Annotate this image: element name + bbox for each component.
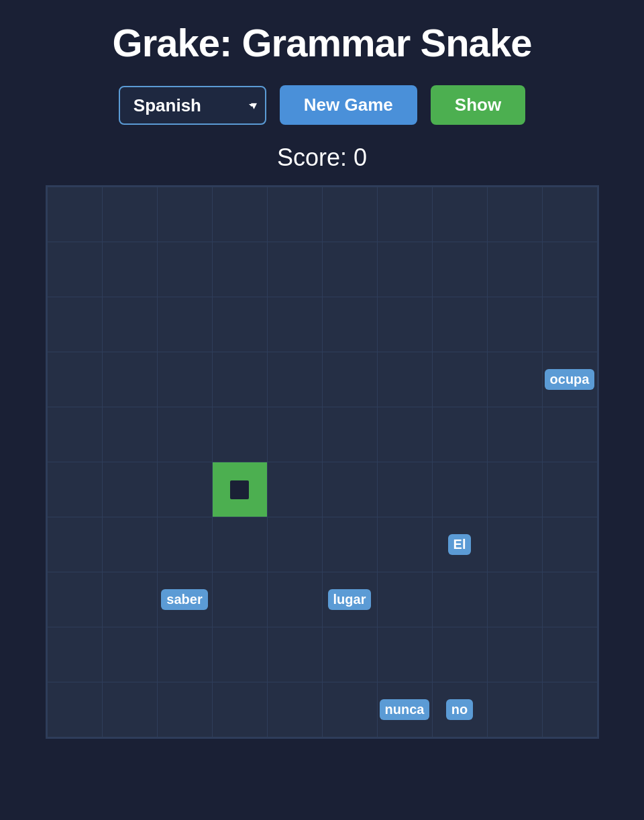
grid-cell [213,407,268,462]
grid-cell [103,627,158,682]
grid-cell [158,462,213,517]
language-select[interactable]: Spanish French German Italian Portuguese [119,86,266,125]
grid-cell [268,187,323,242]
grid-cell [488,627,543,682]
grid-cell [213,242,268,297]
grid-cell [268,627,323,682]
grid-cell [158,352,213,407]
grid-cell [213,572,268,627]
grid-cell [103,572,158,627]
grid-cell [323,627,378,682]
grid-cell [543,572,598,627]
grid-cell [103,352,158,407]
grid-cell [433,572,488,627]
word-tile[interactable]: El [448,534,472,555]
grid-cell [158,407,213,462]
grid-cell [433,352,488,407]
grid-cell [158,242,213,297]
snake-head-cell [213,462,268,517]
grid-cell [323,297,378,352]
new-game-button[interactable]: New Game [280,85,417,125]
grid-cell [323,407,378,462]
grid-cell [543,187,598,242]
grid-cell [213,517,268,572]
grid-cell [103,242,158,297]
grid-cell [488,242,543,297]
word-tile[interactable]: saber [161,589,207,610]
grid-cell [268,407,323,462]
grid-cell [48,517,103,572]
grid-cell [213,352,268,407]
game-grid: ocupaElsaberlugarnuncano [47,187,598,737]
grid-cell [103,297,158,352]
grid-cell [48,407,103,462]
grid-cell [543,517,598,572]
grid-cell [48,242,103,297]
grid-cell [543,682,598,737]
grid-cell: saber [158,572,213,627]
grid-cell [213,187,268,242]
grid-cell [158,682,213,737]
grid-cell [103,462,158,517]
grid-cell [48,572,103,627]
grid-cell [433,462,488,517]
grid-cell: nunca [378,682,433,737]
grid-cell: lugar [323,572,378,627]
grid-cell [378,407,433,462]
grid-cell [103,517,158,572]
grid-cell [268,572,323,627]
word-tile[interactable]: lugar [328,589,372,610]
grid-cell [48,297,103,352]
grid-cell [433,242,488,297]
grid-cell [378,187,433,242]
grid-cell [378,352,433,407]
grid-cell [213,627,268,682]
grid-cell [323,517,378,572]
controls-row: Spanish French German Italian Portuguese… [119,85,525,125]
grid-cell [543,627,598,682]
grid-cell [488,352,543,407]
grid-cell [268,682,323,737]
grid-cell [268,242,323,297]
grid-cell [378,572,433,627]
score-display: Score: 0 [277,144,367,172]
word-tile[interactable]: nunca [380,699,430,720]
grid-cell [488,682,543,737]
grid-cell [488,187,543,242]
grid-cell [323,187,378,242]
grid-cell [543,407,598,462]
grid-cell [48,462,103,517]
grid-cell [103,187,158,242]
word-tile[interactable]: ocupa [545,369,595,390]
grid-cell [488,462,543,517]
show-button[interactable]: Show [431,85,525,125]
grid-cell [378,242,433,297]
grid-cell [48,187,103,242]
grid-cell: no [433,682,488,737]
grid-cell [323,462,378,517]
grid-cell [543,297,598,352]
grid-cell [268,517,323,572]
grid-cell [378,517,433,572]
grid-cell [323,352,378,407]
grid-cell [213,297,268,352]
grid-cell [488,407,543,462]
grid-cell [433,297,488,352]
grid-cell [488,517,543,572]
grid-cell [323,242,378,297]
grid-cell [323,682,378,737]
grid-cell [488,297,543,352]
grid-cell [433,627,488,682]
app-title: Grake: Grammar Snake [113,20,532,65]
grid-cell [543,242,598,297]
grid-cell [378,627,433,682]
grid-cell: ocupa [543,352,598,407]
game-grid-container: ocupaElsaberlugarnuncano [46,185,599,739]
grid-cell [268,297,323,352]
grid-cell [378,297,433,352]
word-tile[interactable]: no [446,699,473,720]
grid-cell [158,187,213,242]
grid-cell [543,462,598,517]
grid-cell [103,407,158,462]
grid-cell [103,682,158,737]
